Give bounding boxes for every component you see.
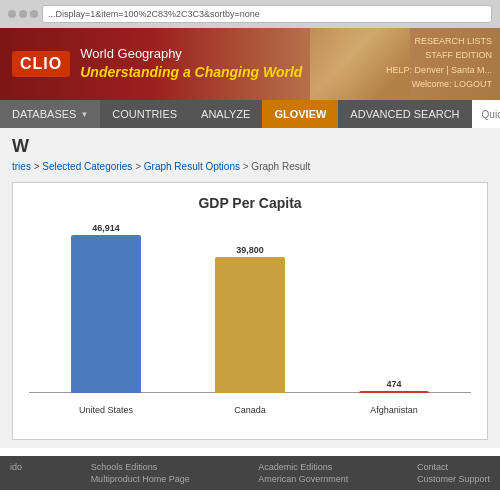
page-title: W (12, 136, 488, 157)
welcome-logout-link[interactable]: Welcome: LOGOUT (386, 77, 492, 91)
browser-dot-1 (8, 10, 16, 18)
nav-databases-label: DATABASES (12, 108, 76, 120)
bar-value-afghanistan: 474 (386, 379, 401, 389)
bar-afghanistan: Afghanistan (359, 391, 429, 393)
nav-item-analyze[interactable]: ANALYZE (189, 100, 262, 128)
staff-edition-link[interactable]: STAFF EDITION (386, 48, 492, 62)
bar-label-canada: Canada (234, 405, 266, 415)
browser-chrome: ...Display=1&item=100%2C83%2C3C3&sortby=… (0, 0, 500, 28)
footer-link-american-gov[interactable]: American Government (258, 474, 348, 484)
chart-area: 46,914 United States 39,800 Canada 474 (29, 223, 471, 423)
breadcrumb-selected-categories[interactable]: Selected Categories (42, 161, 132, 172)
bar-canada: Canada (215, 257, 285, 393)
nav-bar: DATABASES ▼ COUNTRIES ANALYZE GLOVIEW AD… (0, 100, 500, 128)
nav-item-advanced[interactable]: ADVANCED SEARCH (338, 100, 471, 128)
browser-dots (8, 10, 38, 18)
footer-col-4: Contact Customer Support (417, 462, 490, 484)
header-title-line2: Understanding a Changing World (80, 63, 302, 81)
header-title-line1: World Geography (80, 46, 302, 63)
nav-gloview-label: GLOVIEW (274, 108, 326, 120)
header-nav-links: RESEARCH LISTS STAFF EDITION HELP: Denve… (386, 34, 492, 92)
bar-value-us: 46,914 (92, 223, 120, 233)
breadcrumb-sep-2: > (135, 161, 144, 172)
footer-link-schools[interactable]: Schools Editions (91, 462, 190, 472)
bar-label-afghanistan: Afghanistan (370, 405, 418, 415)
breadcrumb: tries > Selected Categories > Graph Resu… (12, 161, 488, 172)
page-footer: ido Schools Editions Multiproduct Home P… (0, 456, 500, 490)
bar-group-afghanistan: 474 Afghanistan (337, 223, 451, 393)
browser-dot-2 (19, 10, 27, 18)
page-content: CLIO World Geography Understanding a Cha… (0, 28, 500, 500)
browser-url-bar[interactable]: ...Display=1&item=100%2C83%2C3C3&sortby=… (42, 5, 492, 23)
footer-link-multiproduct[interactable]: Multiproduct Home Page (91, 474, 190, 484)
research-lists-link[interactable]: RESEARCH LISTS (386, 34, 492, 48)
nav-item-countries[interactable]: COUNTRIES (100, 100, 189, 128)
footer-link-ido[interactable]: ido (10, 462, 22, 472)
header-banner: CLIO World Geography Understanding a Cha… (0, 28, 500, 100)
header-links: RESEARCH LISTS STAFF EDITION HELP: Denve… (386, 34, 492, 92)
bar-value-canada: 39,800 (236, 245, 264, 255)
browser-dot-3 (30, 10, 38, 18)
help-link[interactable]: HELP: Denver | Santa M... (386, 63, 492, 77)
bar-group-canada: 39,800 Canada (193, 223, 307, 393)
footer-link-contact[interactable]: Contact (417, 462, 490, 472)
header-title: World Geography Understanding a Changing… (80, 46, 302, 81)
breadcrumb-current: Graph Result (251, 161, 310, 172)
footer-col-2: Schools Editions Multiproduct Home Page (91, 462, 190, 484)
nav-analyze-label: ANALYZE (201, 108, 250, 120)
bar-group-us: 46,914 United States (49, 223, 163, 393)
footer-col-3: Academic Editions American Government (258, 462, 348, 484)
breadcrumb-graph-options[interactable]: Graph Result Options (144, 161, 240, 172)
header-left: CLIO World Geography Understanding a Cha… (0, 28, 314, 100)
clio-logo[interactable]: CLIO (12, 51, 70, 77)
url-text: ...Display=1&item=100%2C83%2C3C3&sortby=… (48, 9, 260, 19)
nav-item-gloview[interactable]: GLOVIEW (262, 100, 338, 128)
quick-search-input[interactable] (472, 100, 500, 128)
nav-item-databases[interactable]: DATABASES ▼ (0, 100, 100, 128)
breadcrumb-countries[interactable]: tries (12, 161, 31, 172)
footer-link-academic[interactable]: Academic Editions (258, 462, 348, 472)
chart-container: GDP Per Capita 46,914 United States 39,8… (12, 182, 488, 440)
bar-label-us: United States (79, 405, 133, 415)
nav-advanced-label: ADVANCED SEARCH (350, 108, 459, 120)
nav-dropdown-arrow: ▼ (80, 110, 88, 119)
footer-col-1: ido (10, 462, 22, 484)
nav-countries-label: COUNTRIES (112, 108, 177, 120)
main-content: W tries > Selected Categories > Graph Re… (0, 128, 500, 448)
footer-link-customer-support[interactable]: Customer Support (417, 474, 490, 484)
chart-title: GDP Per Capita (29, 195, 471, 211)
bar-us: United States (71, 235, 141, 393)
